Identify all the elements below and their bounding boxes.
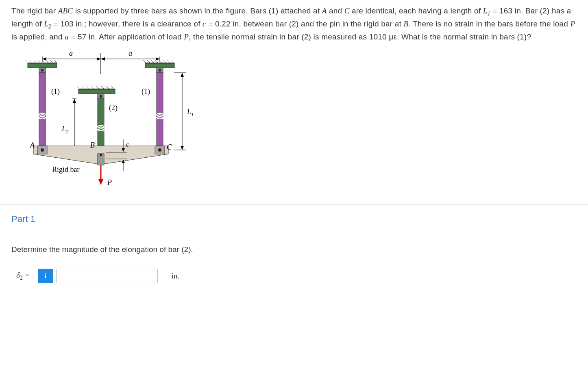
svg-line-39 bbox=[96, 86, 99, 89]
text: After application of load bbox=[97, 33, 184, 41]
label-a-right: a bbox=[128, 50, 132, 57]
var-P2: P bbox=[184, 33, 189, 41]
label-B: B bbox=[90, 141, 95, 149]
svg-rect-21 bbox=[145, 63, 174, 68]
answer-symbol: δ2 = bbox=[16, 271, 30, 281]
var-abc: ABC bbox=[58, 7, 73, 15]
text: are identical, each having a length of bbox=[350, 7, 483, 15]
var-B: B bbox=[403, 20, 408, 28]
var-L1: L1 bbox=[483, 7, 490, 15]
svg-line-16 bbox=[46, 60, 49, 63]
text: , the tensile normal strain in bar (2) i… bbox=[189, 33, 531, 41]
svg-line-42 bbox=[111, 86, 114, 89]
var-a: a bbox=[65, 33, 69, 41]
text: is supported by three bars as shown in t… bbox=[73, 7, 322, 15]
label-L2: L2 bbox=[61, 125, 69, 135]
bar1-right bbox=[157, 73, 163, 146]
text: ; however, there is a clearance of bbox=[84, 20, 203, 28]
label-a-left: a bbox=[69, 50, 73, 57]
svg-line-18 bbox=[54, 60, 57, 63]
label-P: P bbox=[107, 178, 112, 187]
svg-marker-46 bbox=[73, 99, 76, 103]
svg-line-15 bbox=[41, 60, 45, 63]
svg-marker-52 bbox=[181, 146, 184, 150]
label-c: c bbox=[126, 141, 129, 148]
bar1-left bbox=[39, 73, 46, 146]
var-c: c bbox=[203, 20, 206, 28]
text: between bar (2) and the pin in the rigid… bbox=[241, 20, 404, 28]
text: and bbox=[327, 7, 344, 15]
delta2-input[interactable] bbox=[56, 269, 158, 283]
svg-line-23 bbox=[143, 60, 146, 63]
svg-line-38 bbox=[91, 86, 94, 89]
var-C: C bbox=[344, 7, 350, 15]
text: is applied, and bbox=[11, 33, 65, 41]
part1-section: Part 1 Determine the magnitude of the el… bbox=[0, 205, 588, 300]
problem-statement: The rigid bar ABC is supported by three … bbox=[11, 5, 577, 43]
svg-line-17 bbox=[50, 60, 53, 63]
figure-svg: a a bbox=[20, 50, 194, 196]
var-A: A bbox=[322, 7, 327, 15]
svg-point-60 bbox=[100, 154, 102, 156]
label-rigid-bar: Rigid bar bbox=[52, 165, 80, 174]
svg-marker-68 bbox=[98, 179, 103, 185]
var-P: P bbox=[570, 20, 575, 28]
text: The rigid bar bbox=[11, 7, 58, 15]
value-L2: = 103 in. bbox=[51, 20, 84, 28]
svg-line-24 bbox=[147, 60, 150, 63]
svg-point-44 bbox=[100, 95, 102, 98]
svg-line-35 bbox=[76, 86, 80, 89]
svg-line-14 bbox=[37, 60, 41, 63]
svg-rect-9 bbox=[28, 63, 57, 68]
svg-line-11 bbox=[25, 60, 28, 63]
svg-line-40 bbox=[101, 86, 104, 89]
support-right bbox=[143, 60, 174, 73]
svg-line-27 bbox=[159, 60, 162, 63]
svg-rect-33 bbox=[78, 89, 115, 94]
part1-heading: Part 1 bbox=[11, 214, 577, 224]
label-A: A bbox=[30, 141, 35, 149]
var-L2: L2 bbox=[44, 20, 51, 28]
label-C: C bbox=[167, 143, 172, 151]
label-L1: L1 bbox=[187, 108, 194, 117]
svg-line-12 bbox=[29, 60, 33, 63]
support-left bbox=[25, 60, 57, 73]
svg-line-29 bbox=[167, 60, 170, 63]
svg-line-28 bbox=[163, 60, 166, 63]
svg-line-13 bbox=[33, 60, 37, 63]
label-bar2: (2) bbox=[109, 104, 118, 112]
support-middle bbox=[76, 86, 115, 99]
info-button[interactable]: i bbox=[38, 269, 53, 283]
svg-line-37 bbox=[86, 86, 89, 89]
label-bar1-left: (1) bbox=[51, 87, 60, 96]
svg-point-32 bbox=[159, 69, 161, 72]
svg-line-25 bbox=[151, 60, 154, 63]
svg-line-30 bbox=[171, 60, 174, 63]
svg-point-56 bbox=[41, 148, 44, 152]
text: . There is no strain in the bars before … bbox=[408, 20, 570, 28]
value-c: = 0.22 in. bbox=[206, 20, 241, 28]
svg-line-41 bbox=[106, 86, 109, 89]
svg-marker-6 bbox=[97, 57, 101, 61]
part1-prompt: Determine the magnitude of the elongatio… bbox=[11, 245, 577, 254]
answer-row: δ2 = i in. bbox=[11, 269, 577, 283]
svg-point-20 bbox=[41, 69, 44, 72]
unit-label: in. bbox=[172, 272, 180, 280]
problem-figure: a a bbox=[20, 50, 194, 196]
value-L1: = 163 in. bbox=[490, 7, 523, 15]
svg-marker-7 bbox=[101, 57, 105, 61]
value-a: = 57 in. bbox=[69, 33, 97, 41]
problem-section: The rigid bar ABC is supported by three … bbox=[0, 0, 588, 205]
divider bbox=[11, 236, 577, 236]
svg-line-36 bbox=[81, 86, 85, 89]
label-bar1-right: (1) bbox=[142, 87, 150, 96]
svg-marker-51 bbox=[181, 73, 184, 77]
svg-point-58 bbox=[158, 148, 161, 152]
